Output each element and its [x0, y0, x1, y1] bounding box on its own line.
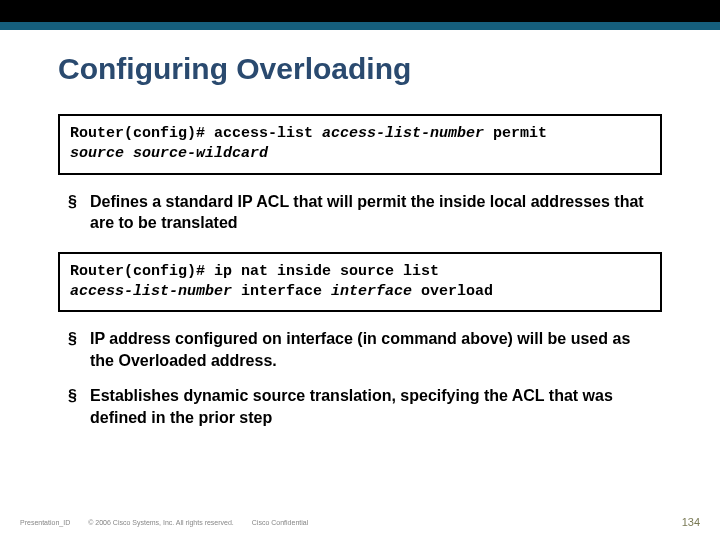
cmd1-param2: source source-wildcard [70, 145, 268, 162]
footer-id: Presentation_ID [20, 519, 70, 526]
cmd2-prompt: Router(config)# [70, 263, 214, 280]
slide-title: Configuring Overloading [58, 52, 662, 86]
cmd1-text: access-list [214, 125, 322, 142]
cmd2-text3: overload [412, 283, 493, 300]
cmd1-prompt: Router(config)# [70, 125, 214, 142]
footer: Presentation_ID © 2006 Cisco Systems, In… [0, 516, 720, 528]
cmd2-text: ip nat inside source list [214, 263, 439, 280]
top-band [0, 0, 720, 30]
bullet-list-1: Defines a standard IP ACL that will perm… [58, 191, 662, 234]
bullet-list-2: IP address configured on interface (in c… [58, 328, 662, 428]
footer-copyright: © 2006 Cisco Systems, Inc. All rights re… [88, 519, 234, 526]
cmd1-text2: permit [484, 125, 547, 142]
footer-page-number: 134 [682, 516, 700, 528]
bullet-item: Defines a standard IP ACL that will perm… [62, 191, 658, 234]
cmd2-param2: interface [331, 283, 412, 300]
cmd2-text2: interface [232, 283, 331, 300]
bullet-item: Establishes dynamic source translation, … [62, 385, 658, 428]
bullet-item: IP address configured on interface (in c… [62, 328, 658, 371]
slide-content: Configuring Overloading Router(config)# … [0, 30, 720, 429]
footer-confidential: Cisco Confidential [252, 519, 308, 526]
cmd2-param1: access-list-number [70, 283, 232, 300]
cmd1-param1: access-list-number [322, 125, 484, 142]
command-box-2: Router(config)# ip nat inside source lis… [58, 252, 662, 313]
command-box-1: Router(config)# access-list access-list-… [58, 114, 662, 175]
